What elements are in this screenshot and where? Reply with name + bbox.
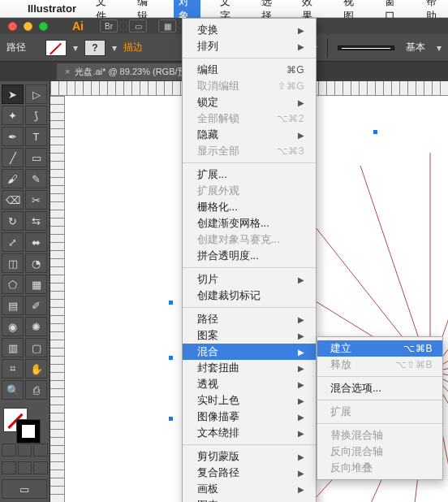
object-menu-item: 全部解锁⌥⌘2: [183, 110, 316, 127]
scale-tool-icon[interactable]: ⤢: [2, 232, 24, 252]
close-window-icon[interactable]: [8, 22, 17, 31]
object-menu-item[interactable]: 透视▶: [183, 376, 316, 392]
draw-inside-icon[interactable]: [33, 461, 48, 474]
app-name[interactable]: Illustrator: [28, 2, 76, 15]
direct-selection-tool-icon[interactable]: ▷: [25, 84, 47, 104]
object-menu-item[interactable]: 剪切蒙版▶: [183, 448, 316, 465]
zoom-tool-icon[interactable]: 🔍: [2, 380, 24, 400]
object-menu-item: 显示全部⌥⌘3: [183, 143, 316, 159]
workspace-icon[interactable]: Br: [100, 19, 118, 32]
submenu-arrow-icon: ▶: [298, 429, 304, 438]
object-menu-item[interactable]: 图表▶: [183, 497, 316, 502]
selection-tool-icon[interactable]: ➤: [2, 84, 24, 104]
perspective-tool-icon[interactable]: ⬠: [2, 275, 24, 294]
object-menu-item[interactable]: 路径▶: [183, 311, 316, 327]
reflect-tool-icon[interactable]: ⇆: [25, 211, 47, 231]
stroke-color-swatch[interactable]: [16, 419, 41, 444]
object-menu-item[interactable]: 图案▶: [183, 327, 316, 344]
submenu-arrow-icon: ▶: [298, 364, 304, 373]
shape-builder-tool-icon[interactable]: ◔: [25, 253, 47, 273]
selection-handle[interactable]: [169, 301, 173, 305]
minimize-window-icon[interactable]: [24, 22, 32, 31]
lasso-tool-icon[interactable]: ⟆: [25, 106, 47, 125]
gpu-icon[interactable]: ▦: [158, 19, 176, 32]
object-menu-item[interactable]: 创建裁切标记: [183, 288, 316, 304]
artboard-tool-icon[interactable]: ▢: [25, 338, 47, 357]
object-menu-item[interactable]: 隐藏▶: [183, 127, 316, 143]
color-mode-icon[interactable]: [2, 444, 16, 457]
mesh-tool-icon[interactable]: ▦: [25, 275, 47, 294]
paintbrush-tool-icon[interactable]: 🖌: [2, 169, 24, 188]
pen-tool-icon[interactable]: ✒: [2, 127, 24, 146]
menu-item-label: 创建裁切标记: [197, 288, 261, 303]
rectangle-tool-icon[interactable]: ▭: [25, 148, 47, 167]
none-mode-icon[interactable]: [33, 444, 48, 457]
object-menu-item[interactable]: 文本绕排▶: [183, 425, 316, 441]
draw-behind-icon[interactable]: [18, 461, 32, 474]
brush-select[interactable]: 基本 ▾: [338, 39, 442, 56]
object-menu-item[interactable]: 拼合透明度...: [183, 248, 316, 264]
menu-item-label: 拼合透明度...: [197, 249, 259, 263]
draw-normal-icon[interactable]: [2, 461, 16, 474]
blend-submenu-item[interactable]: 混合选项...: [317, 380, 442, 396]
magic-wand-tool-icon[interactable]: ✦: [2, 106, 24, 125]
gradient-mode-icon[interactable]: [18, 444, 32, 457]
object-menu-item[interactable]: 封套扭曲▶: [183, 360, 316, 376]
object-menu-item[interactable]: 实时上色▶: [183, 392, 316, 409]
print-tiling-tool-icon[interactable]: ⎙: [25, 380, 47, 400]
fill-swatch[interactable]: [45, 40, 67, 56]
menu-item-shortcut: ⌥⌘3: [277, 145, 304, 157]
object-menu-item[interactable]: 编组⌘G: [183, 62, 316, 78]
object-menu-item[interactable]: 图像描摹▶: [183, 409, 316, 425]
eraser-tool-icon[interactable]: ⌫: [2, 190, 24, 210]
blend-tool-icon[interactable]: ◉: [2, 317, 24, 336]
type-tool-icon[interactable]: T: [25, 127, 47, 146]
blend-submenu-item[interactable]: 建立⌥⌘B: [317, 340, 442, 357]
slice-tool-icon[interactable]: ⌗: [2, 359, 24, 379]
menu-item-label: 切片: [197, 272, 218, 287]
menu-item-label: 全部解锁: [197, 111, 239, 126]
eyedropper-tool-icon[interactable]: ✐: [25, 296, 47, 315]
hand-tool-icon[interactable]: ✋: [25, 359, 47, 379]
menu-item-shortcut: ⇧⌘G: [278, 80, 304, 92]
close-tab-icon[interactable]: ×: [65, 67, 70, 76]
object-menu-item[interactable]: 混合▶: [183, 344, 316, 360]
object-menu-item[interactable]: 画板▶: [183, 481, 316, 497]
object-menu-item[interactable]: 栅格化...: [183, 199, 316, 215]
object-menu-item[interactable]: 锁定▶: [183, 94, 316, 110]
selection-handle[interactable]: [169, 417, 173, 421]
document-tab[interactable]: × 光盘.ai* @ 89.23% (RGB/预: [57, 63, 195, 80]
help-icon[interactable]: ?: [84, 40, 106, 56]
rotate-tool-icon[interactable]: ↻: [2, 211, 24, 231]
selection-handle[interactable]: [169, 356, 173, 360]
submenu-arrow-icon: ▶: [298, 26, 304, 35]
width-tool-icon[interactable]: ⬌: [25, 232, 47, 252]
zoom-window-icon[interactable]: [39, 22, 48, 31]
object-menu-item[interactable]: 排列▶: [183, 38, 316, 54]
ruler-vertical[interactable]: [50, 96, 65, 502]
menu-item-shortcut: ⌥⌘2: [277, 113, 304, 124]
menu-item-label: 隐藏: [197, 128, 218, 142]
object-menu-item[interactable]: 扩展...: [183, 167, 316, 183]
object-menu-item[interactable]: 变换▶: [183, 22, 316, 38]
free-transform-tool-icon[interactable]: ◫: [2, 253, 24, 273]
menu-item-label: 路径: [197, 312, 218, 327]
object-menu-item[interactable]: 创建渐变网格...: [183, 215, 316, 232]
stroke-label[interactable]: 描边: [123, 41, 143, 54]
line-tool-icon[interactable]: ╱: [2, 148, 24, 167]
scissors-tool-icon[interactable]: ✂: [25, 190, 47, 210]
blend-submenu-item: 反向堆叠: [317, 460, 442, 476]
menu-item-label: 显示全部: [197, 144, 239, 158]
blend-submenu-item: 扩展: [317, 404, 442, 420]
symbol-sprayer-tool-icon[interactable]: ✺: [25, 317, 47, 336]
menu-item-shortcut: ⌥⌘B: [403, 343, 433, 354]
column-graph-tool-icon[interactable]: ▥: [2, 338, 24, 357]
object-menu-item[interactable]: 复合路径▶: [183, 465, 316, 481]
selection-handle[interactable]: [373, 130, 377, 134]
arrange-docs-icon[interactable]: ▭: [129, 19, 147, 32]
object-menu-item[interactable]: 切片▶: [183, 271, 316, 288]
gradient-tool-icon[interactable]: ▤: [2, 296, 24, 315]
selection-type-label: 路径: [6, 41, 26, 54]
screen-mode-icon[interactable]: ▭: [2, 479, 47, 499]
pencil-tool-icon[interactable]: ✎: [25, 169, 47, 188]
